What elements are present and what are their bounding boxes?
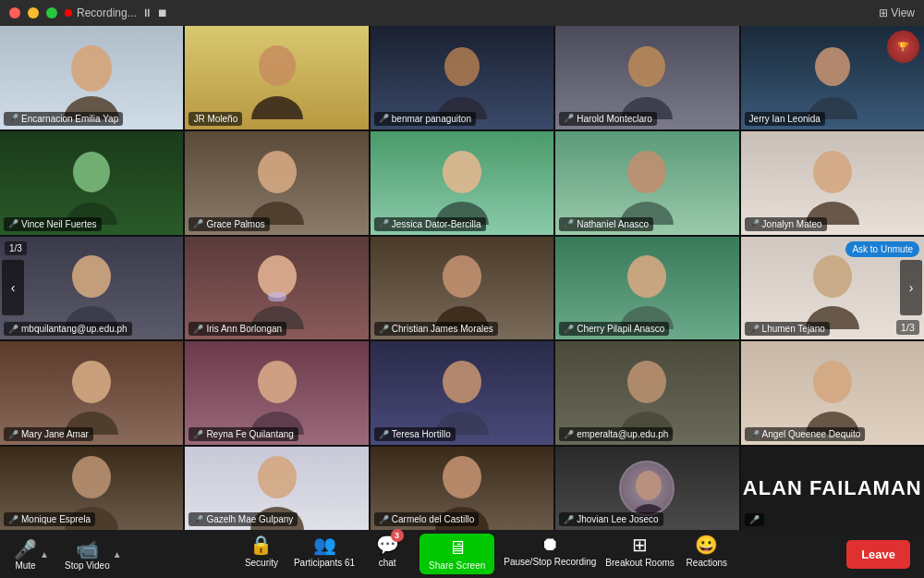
breakout-icon: ⊞ bbox=[632, 534, 648, 556]
svg-point-14 bbox=[443, 151, 481, 193]
mic-muted-icon: 🎤 bbox=[379, 114, 389, 123]
security-button[interactable]: 🔒 Security bbox=[238, 534, 285, 574]
name-text: Christian James Morales bbox=[392, 324, 493, 334]
view-icon: ⊞ bbox=[879, 6, 891, 19]
svg-point-18 bbox=[813, 151, 852, 193]
share-screen-icon: 🖥 bbox=[448, 537, 467, 559]
name-text: emperalta@up.edu.ph bbox=[577, 429, 668, 439]
svg-point-10 bbox=[73, 152, 110, 192]
security-icon: 🔒 bbox=[249, 534, 273, 556]
participant-cell: 🎤 Gazelh Mae Gulpany bbox=[185, 447, 368, 530]
participant-name: 🎤 emperalta@up.edu.ph bbox=[559, 427, 673, 441]
name-text: Teresa Hortillo bbox=[392, 429, 451, 439]
svg-point-35 bbox=[443, 361, 481, 403]
mic-muted-icon: 🎤 bbox=[193, 430, 203, 439]
breakout-rooms-button[interactable]: ⊞ Breakout Rooms bbox=[605, 534, 674, 574]
svg-point-27 bbox=[627, 255, 666, 298]
mic-muted-icon: 🎤 bbox=[564, 430, 574, 439]
reactions-button[interactable]: 😀 Reactions bbox=[684, 534, 730, 574]
view-button[interactable]: ⊞ View bbox=[879, 6, 915, 19]
name-text: Monique Esprela bbox=[21, 514, 91, 524]
chevron-up-icon[interactable]: ▲ bbox=[113, 549, 122, 560]
nav-next-button[interactable]: › bbox=[900, 260, 922, 315]
toolbar-left-group: 🎤 Mute ▲ 📹 Stop Video ▲ bbox=[14, 538, 122, 571]
pause-icon[interactable]: ⏸ bbox=[141, 6, 152, 19]
participant-name: 🎤 Cherry Pilapil Anasco bbox=[559, 322, 669, 336]
svg-point-12 bbox=[258, 151, 297, 193]
participant-cell: 🎤 Angel Queenee Dequito bbox=[741, 341, 924, 445]
titlebar: Recording... ⏸ ⏹ ⊞ View bbox=[0, 0, 924, 26]
participants-button[interactable]: 👥 Participants 61 bbox=[294, 534, 355, 574]
participant-name: 🎤 Jonalyn Mateo bbox=[745, 217, 827, 231]
stop-video-label: Stop Video bbox=[65, 560, 110, 571]
name-text: Gazelh Mae Gulpany bbox=[206, 514, 293, 524]
name-text: mbquilantang@up.edu.ph bbox=[21, 324, 128, 334]
pause-recording-button[interactable]: ⏺ Pause/Stop Recording bbox=[504, 534, 596, 574]
participant-cell: 🎤 Encarnacion Emilia Yap bbox=[0, 26, 183, 129]
name-text: Angel Queenee Dequito bbox=[762, 429, 861, 439]
name-text: benmar panaguiton bbox=[392, 114, 471, 124]
participant-cell: 🎤 Iris Ann Borlongan bbox=[185, 237, 368, 340]
name-text: Lhumen Tejano bbox=[762, 324, 825, 334]
share-screen-button[interactable]: 🖥 Share Screen bbox=[419, 534, 494, 574]
mic-muted-icon: 🎤 bbox=[8, 219, 18, 228]
participant-cell: 🎤 Jessica Dator-Bercilla bbox=[371, 131, 553, 235]
name-text: Jessica Dator-Bercilla bbox=[392, 219, 481, 229]
chevron-up-icon[interactable]: ▲ bbox=[40, 549, 49, 560]
ask-to-unmute-button[interactable]: Ask to Unmute bbox=[845, 241, 919, 257]
name-text: Cherry Pilapil Anasco bbox=[577, 324, 664, 334]
mic-muted-icon: 🎤 bbox=[564, 114, 574, 123]
participant-cell: 🎤 Cherry Pilapil Anasco bbox=[555, 237, 738, 340]
svg-point-16 bbox=[627, 151, 666, 193]
security-label: Security bbox=[245, 558, 278, 568]
name-text: Reyna Fe Quilantang bbox=[206, 429, 294, 439]
record-dot bbox=[65, 9, 72, 17]
view-label: View bbox=[891, 6, 915, 19]
name-text: Encarnacion Emilia Yap bbox=[21, 114, 118, 124]
mic-muted-icon: 🎤 bbox=[379, 219, 389, 228]
svg-point-6 bbox=[628, 46, 665, 87]
chat-button[interactable]: 💬 3 chat bbox=[364, 534, 410, 574]
participant-name: 🎤 Teresa Hortillo bbox=[374, 427, 456, 441]
stop-video-button[interactable]: 📹 Stop Video ▲ bbox=[65, 538, 122, 571]
maximize-dot[interactable] bbox=[46, 7, 57, 18]
participant-cell: 🎤 Carmelo del Castillo bbox=[371, 447, 553, 530]
nav-prev-button[interactable]: ‹ bbox=[2, 260, 24, 315]
svg-point-0 bbox=[71, 45, 112, 92]
toolbar-center-group: 🔒 Security 👥 Participants 61 💬 3 chat 🖥 … bbox=[122, 534, 846, 574]
participant-cell: 🎤 Mary Jane Amar bbox=[0, 341, 183, 445]
participant-name: 🎤 Nathaniel Anasco bbox=[559, 217, 653, 231]
mute-button[interactable]: 🎤 Mute ▲ bbox=[14, 538, 60, 571]
name-text: Jerry Ian Leonida bbox=[749, 114, 821, 124]
name-text: Iris Ann Borlongan bbox=[206, 324, 282, 334]
microphone-icon: 🎤 bbox=[14, 538, 37, 560]
mic-muted-icon: 🎤 bbox=[564, 325, 574, 334]
participant-name: 🎤 Encarnacion Emilia Yap bbox=[4, 112, 123, 126]
mic-muted-icon: 🎤 bbox=[749, 325, 760, 334]
close-dot[interactable] bbox=[9, 7, 20, 18]
svg-point-2 bbox=[259, 45, 296, 86]
leave-button[interactable]: Leave bbox=[846, 540, 910, 569]
titlebar-left: Recording... ⏸ ⏹ bbox=[9, 6, 168, 19]
reactions-icon: 😀 bbox=[695, 534, 718, 556]
pause-recording-label: Pause/Stop Recording bbox=[504, 557, 596, 567]
alan-failaman-name: ALAN FAILAMAN bbox=[743, 476, 922, 500]
svg-point-20 bbox=[72, 255, 111, 298]
participant-cell: 🎤 Nathaniel Anasco bbox=[555, 131, 738, 235]
svg-point-41 bbox=[72, 456, 111, 498]
name-text: Jonalyn Mateo bbox=[762, 219, 822, 229]
page-indicator-br: 1/3 bbox=[896, 320, 919, 335]
participant-cell-text: ALAN FAILAMAN 🎤 bbox=[741, 447, 924, 530]
participant-name: 🎤 Lhumen Tejano bbox=[745, 322, 830, 336]
svg-point-39 bbox=[813, 361, 852, 403]
mic-muted-icon: 🎤 bbox=[193, 219, 203, 228]
participant-name: 🎤 Gazelh Mae Gulpany bbox=[188, 512, 298, 526]
participant-cell: 🎤 Harold Monteclaro bbox=[555, 26, 738, 129]
stop-icon[interactable]: ⏹ bbox=[157, 6, 168, 19]
participant-cell: 🎤 Jonalyn Mateo bbox=[741, 131, 924, 235]
participant-name: 🎤 Vince Neil Fuertes bbox=[4, 217, 102, 231]
participant-cell: JR Moleño bbox=[185, 26, 368, 129]
participant-cell: 🎤 benmar panaguiton bbox=[371, 26, 553, 129]
chat-label: chat bbox=[379, 558, 396, 568]
minimize-dot[interactable] bbox=[28, 7, 39, 18]
